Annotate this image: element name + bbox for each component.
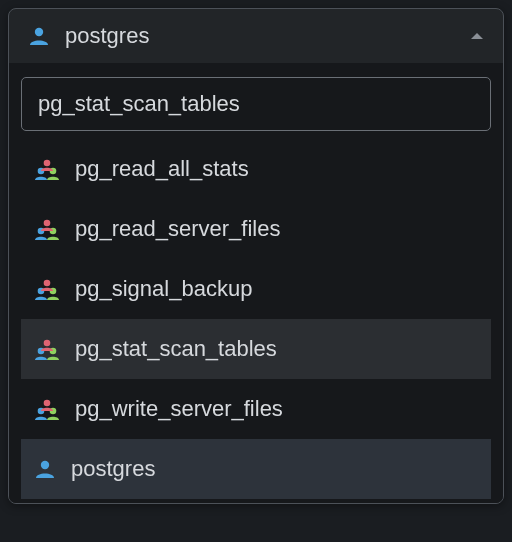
svg-point-12 (44, 340, 51, 347)
group-role-icon (33, 218, 61, 240)
group-role-icon (33, 398, 61, 420)
svg-point-9 (44, 280, 51, 287)
options-list: pg_read_all_statspg_read_server_filespg_… (21, 139, 491, 499)
option-label: pg_write_server_files (75, 396, 283, 422)
svg-point-6 (44, 220, 51, 227)
svg-point-3 (44, 160, 51, 167)
option-postgres[interactable]: postgres (21, 439, 491, 499)
option-pg_signal_backup[interactable]: pg_signal_backup (21, 259, 491, 319)
svg-point-0 (35, 28, 43, 36)
group-role-icon (33, 278, 61, 300)
option-label: pg_signal_backup (75, 276, 252, 302)
option-label: postgres (71, 456, 155, 482)
dropdown-header[interactable]: postgres (9, 9, 503, 63)
option-pg_stat_scan_tables[interactable]: pg_stat_scan_tables (21, 319, 491, 379)
user-icon (27, 26, 51, 46)
dropdown-panel: pg_read_all_statspg_read_server_filespg_… (9, 63, 503, 503)
option-label: pg_stat_scan_tables (75, 336, 277, 362)
option-pg_read_all_stats[interactable]: pg_read_all_stats (21, 139, 491, 199)
group-role-icon (33, 158, 61, 180)
option-label: pg_read_server_files (75, 216, 280, 242)
chevron-up-icon (469, 27, 485, 45)
option-pg_write_server_files[interactable]: pg_write_server_files (21, 379, 491, 439)
svg-point-15 (44, 400, 51, 407)
user-role-icon (33, 459, 57, 479)
group-role-icon (33, 338, 61, 360)
option-pg_read_server_files[interactable]: pg_read_server_files (21, 199, 491, 259)
svg-point-16 (41, 461, 49, 469)
dropdown-selected-label: postgres (65, 23, 469, 49)
search-box (21, 77, 491, 131)
role-dropdown: postgres pg_read_all_statspg_read_server… (8, 8, 504, 504)
search-input[interactable] (36, 90, 480, 118)
option-label: pg_read_all_stats (75, 156, 249, 182)
